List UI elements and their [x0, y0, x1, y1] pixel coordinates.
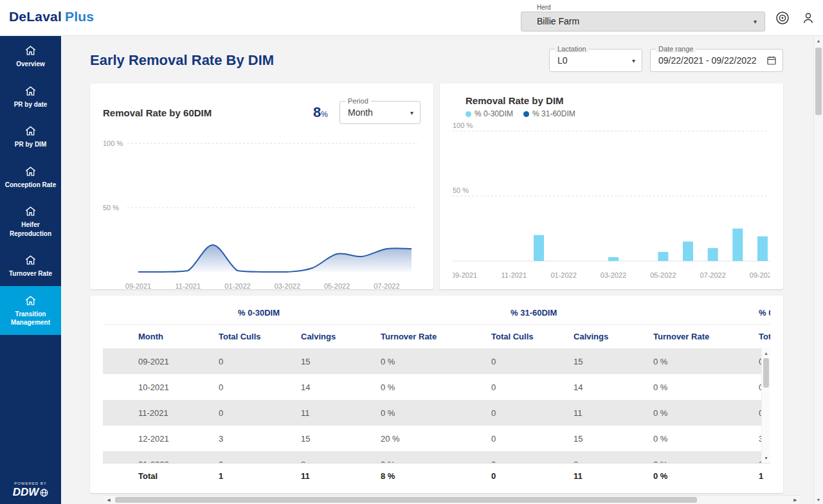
y-tick-label: 50 %	[453, 186, 469, 194]
table-cell: 0 %	[374, 451, 485, 463]
sidebar-item-label: PR by DIM	[15, 140, 46, 149]
herd-select[interactable]: Herd Billie Farm ▾	[521, 12, 765, 32]
scrollbar-thumb[interactable]	[115, 497, 697, 503]
topbar: DeLavalPlus Herd Billie Farm ▾	[0, 0, 823, 36]
date-range-value: 09/22/2021 - 09/22/2022	[658, 55, 757, 66]
scrollbar-thumb[interactable]	[763, 358, 769, 388]
lactation-label: Lactation	[555, 45, 589, 53]
sidebar-item-turnover-rate[interactable]: Turnover Rate	[0, 246, 61, 286]
scroll-up-arrow[interactable]: ▲	[762, 349, 770, 357]
total-row: Total1118 %0110 %1118 %	[103, 464, 770, 489]
scroll-right-arrow[interactable]: ▶	[790, 498, 800, 502]
table-cell: 11-2021	[103, 400, 212, 426]
sidebar-item-pr-by-date[interactable]: PR by date	[0, 76, 61, 117]
bar	[732, 229, 743, 262]
table-cell: 0	[212, 451, 294, 463]
bar	[708, 248, 718, 261]
x-tick-label: 09-2021	[125, 282, 151, 289]
page-horizontal-scrollbar[interactable]: ◀ ▶	[104, 495, 800, 504]
x-tick-label: 03-2022	[601, 271, 626, 279]
table-cell: 0	[485, 348, 567, 374]
date-range-label: Date range	[656, 45, 696, 53]
sidebar-item-conception-rate[interactable]: Conception Rate	[0, 157, 61, 197]
scroll-down-arrow[interactable]: ▼	[814, 495, 823, 504]
page-vertical-scrollbar[interactable]: ▲ ▼	[813, 36, 823, 504]
main-content: Early Removal Rate By DIM Lactation L0 ▾…	[61, 36, 823, 504]
legend-item: % 0-30DIM	[466, 109, 513, 118]
sidebar-item-transition-management[interactable]: Transition Management	[0, 286, 61, 335]
table-row: 12-202131520 %0150 %31520 %	[103, 426, 770, 451]
group-header-row: % 0-30DIM% 31-60DIM% 0-60DIM	[103, 302, 770, 324]
bar	[683, 242, 693, 261]
total-cell: 11	[294, 464, 374, 489]
table-cell: 0	[485, 374, 567, 400]
column-header-row: MonthTotal CullsCalvingsTurnover RateTot…	[103, 324, 770, 348]
table-scroll-area: % 0-30DIM% 31-60DIM% 0-60DIMMonthTotal C…	[103, 302, 770, 489]
total-cell: 1	[752, 464, 770, 489]
bar	[534, 235, 544, 261]
total-cell: Total	[103, 464, 212, 489]
sidebar-item-label: Transition Management	[3, 310, 59, 327]
sidebar-item-pr-by-dim[interactable]: PR by DIM	[0, 116, 61, 157]
table-cell: 8	[294, 451, 374, 463]
lactation-select[interactable]: Lactation L0 ▾	[549, 49, 642, 72]
group-label: % 31-60DIM	[485, 302, 752, 324]
table-cell: 3	[212, 426, 294, 451]
total-cell: 1	[212, 464, 294, 489]
area-fill	[138, 245, 412, 272]
removal-rate-dim-card: Removal Rate by DIM % 0-30DIM% 31-60DIM …	[440, 84, 783, 289]
table-cell: 0	[212, 374, 294, 400]
table-cell: 0 %	[647, 451, 752, 463]
column-header: Total Culls	[212, 324, 294, 348]
table-cell: 11	[294, 400, 374, 426]
y-tick-label: 50 %	[103, 204, 119, 212]
line-chart-title: Removal Rate by 60DIM	[103, 107, 212, 118]
logo-primary: DeLaval	[9, 9, 62, 24]
table-cell: 0	[485, 451, 567, 463]
date-range-input[interactable]: Date range 09/22/2021 - 09/22/2022	[650, 49, 783, 72]
calendar-icon	[766, 55, 777, 66]
home-icon	[24, 254, 37, 266]
table-cell: 0 %	[647, 348, 752, 374]
legend-dot	[523, 111, 529, 117]
x-tick-label: 05-2022	[650, 271, 676, 279]
scroll-up-arrow[interactable]: ▲	[814, 36, 823, 45]
powered-by-logo: Powered by DDW	[0, 482, 61, 499]
home-icon	[24, 85, 37, 97]
line-chart: 100 %50 %09-202111-202101-202203-202205-…	[103, 134, 421, 289]
sidebar-item-label: Turnover Rate	[9, 269, 52, 278]
column-header: Turnover Rate	[647, 324, 752, 348]
column-header: Calvings	[294, 324, 374, 348]
chevron-down-icon: ▾	[410, 109, 413, 116]
table-cell: 0	[212, 348, 294, 374]
group-label: % 0-60DIM	[752, 302, 770, 324]
user-icon[interactable]	[800, 10, 817, 26]
logo-secondary: Plus	[65, 9, 94, 24]
table-cell: 0 %	[647, 400, 752, 426]
table-cell: 0	[485, 400, 567, 426]
table-cell: 14	[567, 374, 647, 400]
ddw-brand: DDW	[13, 486, 49, 499]
sidebar-item-overview[interactable]: Overview	[0, 36, 61, 76]
sidebar-nav: OverviewPR by datePR by DIMConception Ra…	[0, 36, 61, 335]
scrollbar-thumb[interactable]	[815, 48, 822, 115]
table-vertical-scrollbar[interactable]: ▲ ▼	[761, 348, 770, 463]
table-cell: 11	[567, 400, 647, 426]
table-cell: 0 %	[374, 374, 485, 400]
home-icon	[24, 125, 37, 137]
period-select[interactable]: Period Month ▾	[339, 101, 421, 124]
table-cell: 15	[294, 426, 374, 451]
table-cell: 14	[294, 374, 374, 400]
target-icon[interactable]	[774, 10, 791, 26]
table-body: 09-20210150 %0150 %0150 %10-20210140 %01…	[103, 348, 770, 463]
table-cell: 0 %	[647, 374, 752, 400]
table-cell: 0 %	[647, 426, 752, 451]
period-label: Period	[345, 97, 371, 105]
column-header: Turnover Rate	[374, 324, 485, 348]
scroll-left-arrow[interactable]: ◀	[104, 498, 114, 502]
sidebar-item-heifer-reproduction[interactable]: Heifer Reproduction	[0, 197, 61, 246]
scroll-down-arrow[interactable]: ▼	[762, 454, 770, 462]
table-row: 10-20210140 %0140 %0140 %	[103, 374, 770, 400]
table-head: % 0-30DIM% 31-60DIM% 0-60DIMMonthTotal C…	[103, 302, 770, 348]
x-tick-label: 11-2021	[175, 282, 201, 289]
